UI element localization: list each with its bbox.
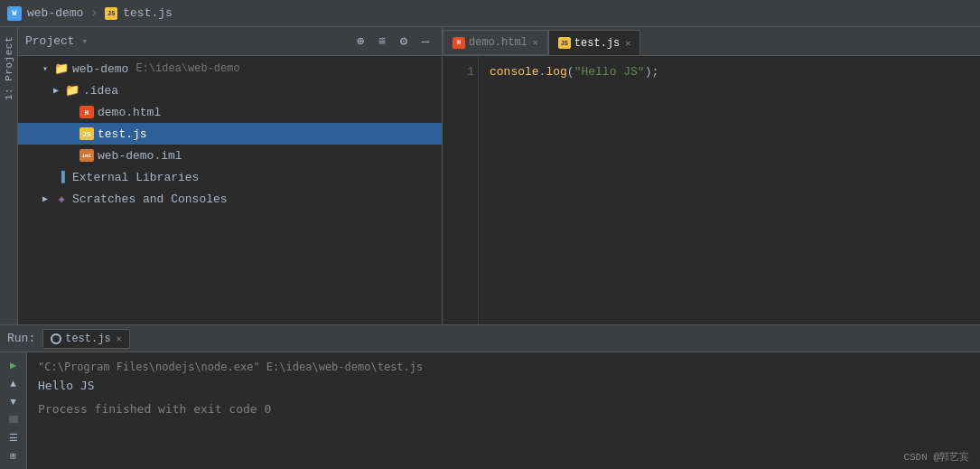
chevron-icon: ▾ bbox=[40, 63, 51, 74]
run-tab-test-js[interactable]: test.js ✕ bbox=[42, 329, 129, 349]
tab-label: test.js bbox=[574, 37, 620, 50]
html-icon: H bbox=[79, 106, 94, 118]
chevron-placeholder bbox=[65, 107, 76, 117]
scratches-icon: ◈ bbox=[54, 192, 69, 205]
tree-label: test.js bbox=[98, 127, 147, 141]
tree-label: External Libraries bbox=[72, 171, 199, 184]
arrow-up-button[interactable]: ▲ bbox=[5, 377, 23, 392]
project-panel: Project ▾ ⊕ ≡ ⚙ — ▾ 📁 web-demo E:\idea\w… bbox=[18, 27, 443, 324]
path-label: E:\idea\web-demo bbox=[135, 62, 239, 75]
chevron-icon: ▶ bbox=[51, 85, 61, 96]
run-tab-bar: Run: test.js ✕ bbox=[0, 325, 980, 352]
tree-item-idea[interactable]: ▶ 📁 .idea bbox=[18, 80, 442, 101]
project-icon: W bbox=[7, 6, 22, 21]
run-tab-close[interactable]: ✕ bbox=[117, 333, 122, 344]
output-exit: Process finished with exit code 0 bbox=[38, 399, 969, 419]
tree-item-demo-html[interactable]: H demo.html bbox=[18, 101, 442, 123]
locate-button[interactable]: ⊕ bbox=[351, 33, 369, 51]
tree-item-web-demo[interactable]: ▾ 📁 web-demo E:\idea\web-demo bbox=[18, 58, 442, 80]
iml-icon: iml bbox=[79, 149, 94, 162]
sidebar-tab[interactable]: 1: Project bbox=[0, 27, 18, 324]
line-numbers: 1 bbox=[443, 56, 479, 324]
collapse-button[interactable]: ≡ bbox=[373, 33, 391, 51]
title-bar: W web-demo › JS test.js bbox=[0, 0, 980, 27]
run-tab-label: test.js bbox=[65, 333, 110, 345]
close-panel-button[interactable]: — bbox=[416, 33, 434, 51]
project-name: web-demo bbox=[27, 6, 83, 20]
chevron-placeholder bbox=[65, 150, 76, 161]
editor-content: 1 console.log("Hello JS"); bbox=[443, 56, 980, 324]
panel-title: Project ▾ bbox=[25, 34, 348, 48]
run-content: ▶ ▲ ▼ ☰ ⊞ "C:\Program Files\nodejs\node.… bbox=[0, 352, 980, 469]
run-label: Run: bbox=[7, 332, 35, 345]
folder-icon: 📁 bbox=[65, 84, 79, 97]
output-hello: Hello JS bbox=[38, 376, 969, 396]
tree-item-web-demo-iml[interactable]: iml web-demo.iml bbox=[18, 145, 442, 166]
tab-test-js[interactable]: JS test.js ✕ bbox=[548, 30, 640, 55]
run-output: "C:\Program Files\nodejs\node.exe" E:\id… bbox=[27, 352, 980, 469]
run-sidebar: ▶ ▲ ▼ ☰ ⊞ bbox=[0, 352, 27, 469]
js-icon: JS bbox=[79, 127, 94, 140]
tree-label: Scratches and Consoles bbox=[72, 192, 228, 206]
tree-label: web-demo bbox=[72, 62, 128, 76]
file-name: test.js bbox=[123, 6, 173, 20]
list-button[interactable]: ☰ bbox=[5, 430, 23, 446]
chevron-placeholder bbox=[65, 128, 76, 139]
tree-item-scratches[interactable]: ▶ ◈ Scratches and Consoles bbox=[18, 188, 442, 210]
settings-button[interactable]: ⚙ bbox=[395, 33, 413, 51]
js-tab-icon: JS bbox=[558, 37, 571, 49]
output-command: "C:\Program Files\nodejs\node.exe" E:\id… bbox=[38, 358, 969, 376]
code-editor[interactable]: console.log("Hello JS"); bbox=[479, 56, 980, 324]
tab-close-test-js[interactable]: ✕ bbox=[625, 38, 630, 49]
barchart-icon: ▐ bbox=[54, 171, 69, 183]
tree-label: web-demo.iml bbox=[98, 149, 182, 163]
tab-close-demo-html[interactable]: ✕ bbox=[533, 37, 538, 48]
tree-item-external-libs[interactable]: ▐ External Libraries bbox=[18, 166, 442, 188]
tab-demo-html[interactable]: H demo.html ✕ bbox=[443, 30, 548, 55]
run-panel: Run: test.js ✕ ▶ ▲ ▼ ☰ ⊞ "C:\Program Fil… bbox=[0, 324, 980, 469]
chevron-placeholder bbox=[40, 172, 51, 183]
editor-area: H demo.html ✕ JS test.js ✕ 1 console.log… bbox=[443, 27, 980, 324]
chevron-icon: ▶ bbox=[40, 193, 51, 204]
file-tree: ▾ 📁 web-demo E:\idea\web-demo ▶ 📁 .idea … bbox=[18, 56, 442, 324]
layout-button[interactable]: ⊞ bbox=[5, 448, 23, 464]
run-tab-circle-icon bbox=[51, 333, 61, 344]
tree-item-test-js[interactable]: JS test.js bbox=[18, 123, 442, 145]
watermark: CSDN @郭艺宾 bbox=[903, 450, 969, 464]
main-area: 1: Project Project ▾ ⊕ ≡ ⚙ — ▾ 📁 web-dem… bbox=[0, 27, 980, 324]
sidebar-tab-label[interactable]: 1: Project bbox=[2, 31, 16, 106]
folder-blue-icon: 📁 bbox=[54, 62, 69, 75]
tab-bar: H demo.html ✕ JS test.js ✕ bbox=[443, 27, 980, 56]
tree-label: demo.html bbox=[98, 106, 161, 119]
panel-header: Project ▾ ⊕ ≡ ⚙ — bbox=[18, 27, 442, 56]
html-tab-icon: H bbox=[453, 37, 465, 49]
file-icon: JS bbox=[105, 7, 117, 20]
arrow-down-button[interactable]: ▼ bbox=[5, 395, 23, 410]
tree-label: .idea bbox=[83, 84, 118, 98]
stop-button[interactable] bbox=[9, 416, 18, 423]
tab-label: demo.html bbox=[469, 36, 527, 49]
play-button[interactable]: ▶ bbox=[5, 358, 23, 373]
title-separator: › bbox=[90, 6, 98, 20]
